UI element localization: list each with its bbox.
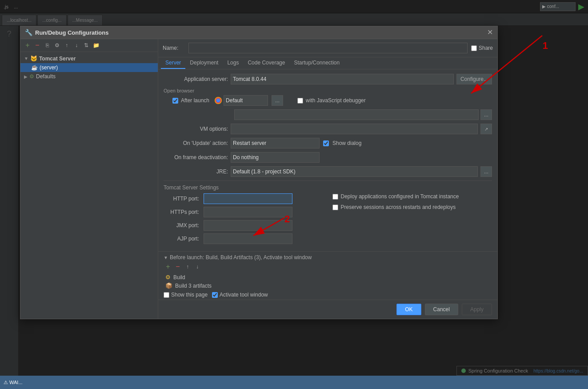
before-launch-remove-button[interactable]: − <box>173 262 182 271</box>
remove-config-button[interactable]: − <box>33 41 42 50</box>
browser-dropdown[interactable]: Default <box>224 95 268 106</box>
before-launch-title: Before launch: Build, Build Artifacts (3… <box>170 254 312 261</box>
launch-item-build-artifacts: 📦 Build 3 artifacts <box>164 281 492 290</box>
before-launch-down-button[interactable]: ↓ <box>193 262 202 271</box>
jmx-port-input[interactable]: 1099 <box>204 220 292 231</box>
jre-label: JRE: <box>164 168 228 175</box>
apply-button[interactable]: Apply <box>462 304 492 315</box>
before-launch-header: ▼ Before launch: Build, Build Artifacts … <box>164 254 492 261</box>
defaults-group[interactable]: ▶ ⚙ Defaults <box>20 72 158 81</box>
move-down-button[interactable]: ↓ <box>72 41 81 50</box>
config-button-4[interactable]: ⚙ <box>52 41 61 50</box>
before-launch-bottom: Show this page Activate tool window <box>164 292 492 298</box>
show-this-page-area: Show this page <box>164 292 208 298</box>
tab-deployment[interactable]: Deployment <box>185 57 223 69</box>
jre-row: JRE: Default (1.8 - project SDK) ... <box>164 166 492 177</box>
show-this-page-label: Show this page <box>171 292 208 298</box>
status-bar-text: ⚠ WAI... <box>4 380 23 385</box>
jre-browse-button[interactable]: ... <box>480 166 492 177</box>
dialog-right-panel: Name: Share Server Deployment Logs Code … <box>158 39 497 319</box>
activate-tool-window-checkbox[interactable] <box>212 292 218 298</box>
deploy-apps-row: Deploy applications configured in Tomcat… <box>332 193 492 200</box>
app-server-dropdown[interactable]: Tomcat 8.0.44 <box>231 74 454 84</box>
dialog-left-panel: + − ⎘ ⚙ ↑ ↓ ⇅ 📁 ▼ 🐱 Tomcat Server <box>20 39 158 319</box>
deploy-apps-checkbox[interactable] <box>332 194 338 200</box>
tomcat-server-label: Tomcat Server <box>39 56 76 62</box>
before-launch-add-button[interactable]: + <box>164 262 172 271</box>
vm-options-browse-button[interactable]: ↗ <box>480 124 492 134</box>
ajp-port-input[interactable] <box>204 233 292 244</box>
tomcat-server-group[interactable]: ▼ 🐱 Tomcat Server <box>20 54 158 63</box>
url-input[interactable]: http://localhost:8080/provider/ <box>234 109 479 120</box>
cancel-button[interactable]: Cancel <box>425 304 458 315</box>
http-port-input[interactable]: 8080 <box>204 193 292 204</box>
dialog-icon: 🔧 <box>25 29 32 36</box>
show-dialog-checkbox[interactable] <box>323 140 329 146</box>
deploy-apps-label: Deploy applications configured in Tomcat… <box>341 193 459 200</box>
build-label: Build <box>173 274 185 281</box>
open-browser-label: Open browser <box>164 88 492 93</box>
ok-button[interactable]: OK <box>396 304 421 315</box>
expand-arrow-tomcat: ▼ <box>24 56 28 61</box>
tab-logs[interactable]: Logs <box>223 57 243 69</box>
ports-section: HTTP port: 8080 HTTPs port: <box>164 193 492 247</box>
on-frame-deactivation-row: On frame deactivation: Do nothing <box>164 152 492 163</box>
status-bar: ⚠ WAI... <box>0 376 588 389</box>
share-label: Share <box>479 45 493 51</box>
app-server-row: Application server: Tomcat 8.0.44 Config… <box>164 74 492 84</box>
sort-button[interactable]: ⇅ <box>82 41 91 50</box>
on-update-row: On 'Update' action: Restart server Show … <box>164 138 492 148</box>
run-debug-dialog: 🔧 Run/Debug Configurations ✕ + − ⎘ ⚙ ↑ ↓… <box>20 26 498 319</box>
show-dialog-label: Show dialog <box>332 140 361 146</box>
app-server-label: Application server: <box>164 76 228 82</box>
server-instance-label: (server) <box>40 64 58 71</box>
tab-startup-connection[interactable]: Startup/Connection <box>289 57 344 69</box>
before-launch-section: ▼ Before launch: Build, Build Artifacts … <box>158 251 497 300</box>
tab-server[interactable]: Server <box>161 57 185 69</box>
on-frame-deactivation-label: On frame deactivation: <box>164 154 228 160</box>
share-checkbox[interactable] <box>471 45 477 51</box>
on-update-dropdown[interactable]: Restart server <box>231 138 320 148</box>
right-tabs: Server Deployment Logs Code Coverage Sta… <box>158 57 497 69</box>
show-this-page-checkbox[interactable] <box>164 292 169 298</box>
preserve-sessions-checkbox[interactable] <box>332 205 338 210</box>
configure-button[interactable]: Configure... <box>456 74 492 84</box>
tomcat-settings-label: Tomcat Server Settings <box>164 184 492 191</box>
collapse-arrow[interactable]: ▼ <box>164 255 168 260</box>
tomcat-icon: 🐱 <box>30 55 37 62</box>
activate-tool-window-label: Activate tool window <box>220 292 268 298</box>
https-port-input[interactable] <box>204 207 292 217</box>
before-launch-up-button[interactable]: ↑ <box>183 262 192 271</box>
expand-arrow-defaults: ▶ <box>24 74 28 79</box>
defaults-icon: ⚙ <box>29 73 34 80</box>
name-input[interactable] <box>188 43 468 53</box>
server-tab-content: Application server: Tomcat 8.0.44 Config… <box>158 69 497 251</box>
launch-item-build: ⚙ Build <box>164 273 492 281</box>
url-browse-button[interactable]: ... <box>480 109 492 120</box>
move-up-button[interactable]: ↑ <box>62 41 71 50</box>
dialog-close-button[interactable]: ✕ <box>487 29 493 36</box>
https-port-row: HTTPs port: <box>164 207 324 217</box>
vm-options-input[interactable] <box>231 124 478 134</box>
dialog-body: + − ⎘ ⚙ ↑ ↓ ⇅ 📁 ▼ 🐱 Tomcat Server <box>20 39 497 319</box>
dialog-title: Run/Debug Configurations <box>35 29 108 36</box>
config-tree: ▼ 🐱 Tomcat Server ☕ (server) ▶ ⚙ Default… <box>20 52 158 319</box>
build-icon: ⚙ <box>165 274 171 281</box>
on-frame-deactivation-dropdown[interactable]: Do nothing <box>231 152 320 163</box>
tomcat-server-instance[interactable]: ☕ (server) <box>20 63 158 72</box>
server-instance-icon: ☕ <box>31 64 38 71</box>
tab-code-coverage[interactable]: Code Coverage <box>243 57 289 69</box>
after-launch-checkbox[interactable] <box>172 98 178 104</box>
js-debugger-checkbox[interactable] <box>297 98 303 104</box>
activate-tool-window-area: Activate tool window <box>212 292 268 298</box>
preserve-sessions-label: Preserve sessions across restarts and re… <box>341 204 456 210</box>
jre-dropdown[interactable]: Default (1.8 - project SDK) <box>231 166 478 177</box>
browser-browse-button[interactable]: ... <box>272 95 283 106</box>
vm-options-row: VM options: ↗ <box>164 124 492 134</box>
add-config-button[interactable]: + <box>23 41 32 50</box>
vm-options-label: VM options: <box>164 126 228 132</box>
folder-button[interactable]: 📁 <box>92 41 100 50</box>
http-port-label: HTTP port: <box>164 196 199 202</box>
right-deploy-options: Deploy applications configured in Tomcat… <box>332 193 492 247</box>
copy-config-button[interactable]: ⎘ <box>43 41 52 50</box>
